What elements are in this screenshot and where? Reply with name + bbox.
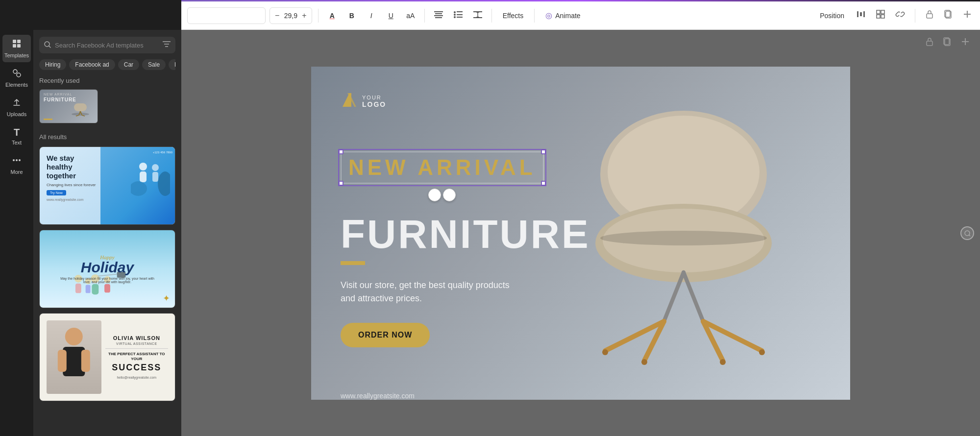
sidebar-item-more[interactable]: More <box>2 151 31 179</box>
canvas-lock-button[interactable] <box>923 35 936 51</box>
arrange-icon <box>876 9 885 19</box>
effects-button[interactable]: Effects <box>498 10 529 22</box>
underline-button[interactable]: U <box>383 8 399 24</box>
svg-rect-30 <box>17 44 21 48</box>
sidebar-layout: Templates Elements Uploads T Text <box>0 30 181 436</box>
template-card-olivia[interactable]: OLIVIA WILSON VIRTUAL ASSISTANCE THE PER… <box>39 313 175 401</box>
olivia-divider <box>105 348 168 349</box>
font-family-select[interactable]: Montserrat ▾ <box>187 7 266 24</box>
sidebar-item-templates[interactable]: Templates <box>2 35 31 62</box>
italic-button[interactable]: I <box>364 8 379 24</box>
logo-area: YOUR LOGO <box>341 91 821 112</box>
arrange-button[interactable] <box>874 7 887 24</box>
order-now-button[interactable]: ORDER NOW <box>341 323 430 347</box>
svg-rect-65 <box>58 350 67 372</box>
text-color-button[interactable]: A <box>324 8 340 24</box>
ad-content-overlay: YOUR LOGO NEW ARRIVAL <box>311 67 850 400</box>
logo-your-text: YOUR <box>362 95 386 100</box>
animate-button[interactable]: ◎ Animate <box>540 9 585 22</box>
uploads-label: Uploads <box>7 111 26 117</box>
new-arrival-box: NEW ARRIVAL <box>341 151 544 184</box>
all-results-title: All results <box>39 133 175 141</box>
logo-logo-text: LOGO <box>362 100 386 108</box>
lock-button[interactable] <box>923 7 936 24</box>
copy-style-icon <box>944 9 953 19</box>
search-input[interactable] <box>55 42 159 49</box>
underline-icon: U <box>389 12 393 20</box>
chip-hiring[interactable]: Hiring <box>39 59 66 70</box>
sidebar-nav: Templates Elements Uploads T Text <box>0 30 33 436</box>
italic-icon: I <box>370 12 372 20</box>
canvas-zoom-circle[interactable] <box>960 226 974 240</box>
svg-rect-58 <box>92 284 98 295</box>
canvas-add-button[interactable] <box>958 35 972 51</box>
health-card-cta: Try Now <box>47 190 66 195</box>
templates-icon <box>12 39 22 51</box>
handle-tr <box>541 149 546 154</box>
distribute-button[interactable] <box>854 7 868 24</box>
sidebar-item-elements[interactable]: Elements <box>2 64 31 92</box>
sidebar-item-uploads[interactable]: Uploads <box>2 94 31 121</box>
font-size-increase[interactable]: + <box>300 11 308 20</box>
svg-rect-5 <box>457 11 463 12</box>
olivia-tagline: THE PERFECT ASSISTANT TO YOUR <box>105 352 168 362</box>
text-label: Text <box>12 140 22 145</box>
recent-template-furniture[interactable]: NEW ARRIVAL FURNITURE <box>39 89 98 123</box>
move-handle[interactable]: ✦ <box>443 189 456 201</box>
svg-rect-29 <box>13 44 16 48</box>
svg-point-33 <box>13 159 15 161</box>
template-card-holiday[interactable]: Happy Holiday May the holiday season fil… <box>39 230 175 308</box>
font-size-control: − 29,9 + <box>270 7 312 24</box>
chip-car[interactable]: Car <box>118 59 139 70</box>
svg-rect-20 <box>877 15 880 18</box>
font-size-value: 29,9 <box>283 12 298 20</box>
new-arrival-selected-container[interactable]: NEW ARRIVAL ↻ ✦ <box>341 151 544 184</box>
recently-used-title: Recently used <box>39 77 175 84</box>
health-card-phone: +123 456 7890 <box>153 151 172 154</box>
all-results-section: All results We stay healthy together Cha… <box>39 133 175 401</box>
canvas-area: YOUR LOGO NEW ARRIVAL <box>181 30 980 436</box>
aa-button[interactable]: aA <box>403 8 418 24</box>
main-area: Templates Elements Uploads T Text <box>0 30 980 436</box>
spacing-icon <box>473 11 482 20</box>
svg-rect-2 <box>434 15 443 16</box>
text-nav-icon: T <box>14 127 20 138</box>
distribute-icon <box>856 9 866 19</box>
add-icon <box>962 9 972 19</box>
font-family-label: Montserrat <box>192 12 224 20</box>
toolbar-right-section: Position <box>816 7 974 24</box>
canvas-right-edge-icon[interactable] <box>960 226 974 240</box>
link-button[interactable] <box>893 7 907 24</box>
template-card-health[interactable]: We stay healthy together Changing lives … <box>39 146 175 225</box>
font-size-decrease[interactable]: − <box>273 11 281 20</box>
uploads-icon <box>12 97 22 110</box>
svg-point-31 <box>13 70 17 73</box>
svg-rect-0 <box>434 11 443 12</box>
chip-food[interactable]: Foo... <box>169 59 175 70</box>
sidebar: Templates Elements Uploads T Text <box>0 30 181 436</box>
filter-icon[interactable] <box>163 41 171 49</box>
svg-point-34 <box>16 159 18 161</box>
svg-point-32 <box>17 73 21 77</box>
svg-rect-15 <box>857 11 858 17</box>
progress-left <box>0 0 181 1</box>
rotate-handle[interactable]: ↻ <box>428 189 441 201</box>
canvas-copy-button[interactable] <box>941 35 954 51</box>
bold-button[interactable]: B <box>344 8 360 24</box>
add-to-canvas-button[interactable] <box>960 7 974 24</box>
elements-icon <box>12 68 22 80</box>
svg-point-63 <box>65 328 83 345</box>
divider-4 <box>534 9 535 23</box>
sidebar-item-text[interactable]: T Text <box>2 123 31 149</box>
accent-line <box>341 261 365 265</box>
position-button[interactable]: Position <box>816 10 848 22</box>
chip-sale[interactable]: Sale <box>142 59 166 70</box>
text-color-icon: A <box>330 12 335 20</box>
spacing-button[interactable] <box>470 8 486 24</box>
chip-facebook-ad[interactable]: Facebook ad <box>69 59 115 70</box>
canvas-top-right-icons <box>923 35 972 51</box>
copy-style-button[interactable] <box>942 7 955 24</box>
align-button[interactable] <box>431 8 446 24</box>
list-button[interactable] <box>450 8 466 24</box>
divider-2 <box>424 9 425 23</box>
